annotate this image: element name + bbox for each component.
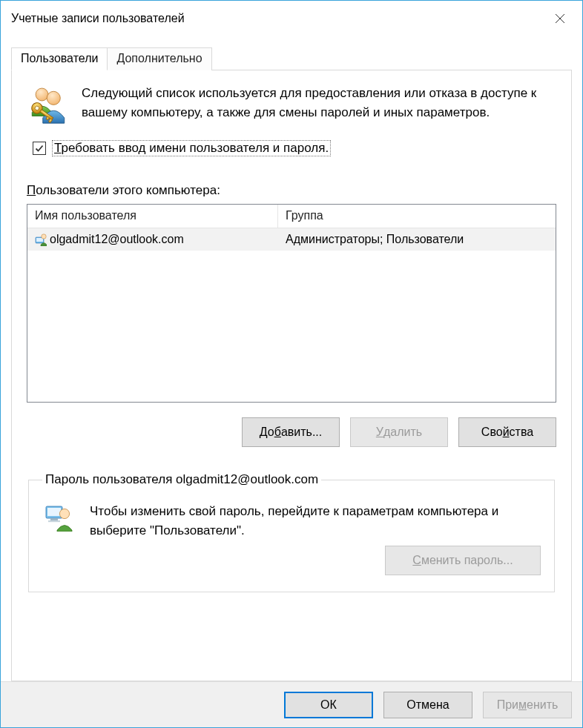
svg-point-3 (47, 91, 60, 105)
grid-header: Имя пользователя Группа (27, 205, 556, 228)
properties-button[interactable]: Свойства (458, 417, 556, 447)
svg-point-2 (36, 88, 48, 101)
table-row[interactable]: olgadmit12@outlook.com Администраторы; П… (27, 228, 556, 251)
cell-username-text: olgadmit12@outlook.com (50, 233, 184, 246)
user-buttons-row: Добавить... Удалить Свойства (27, 417, 556, 447)
password-text: Чтобы изменить свой пароль, перейдите к … (90, 502, 541, 540)
window-title: Учетные записи пользователей (11, 12, 185, 25)
svg-rect-15 (48, 520, 60, 522)
cell-username: olgadmit12@outlook.com (27, 231, 278, 248)
checkmark-icon (34, 143, 45, 153)
intro-row: Следующий список используется для предос… (27, 84, 556, 130)
tab-users[interactable]: Пользователи (11, 47, 108, 70)
svg-point-16 (59, 509, 69, 518)
user-list-label: Пользователи этого компьютера: (27, 183, 556, 198)
column-header-username[interactable]: Имя пользователя (27, 205, 278, 228)
user-icon (35, 233, 47, 246)
titlebar: Учетные записи пользователей (1, 1, 582, 36)
tab-advanced[interactable]: Дополнительно (107, 47, 211, 70)
svg-rect-14 (50, 518, 58, 520)
password-group-legend: Пароль пользователя olgadmit12@outlook.c… (42, 472, 321, 487)
tab-panel-users: Следующий список используется для предос… (11, 70, 572, 681)
intro-text: Следующий список используется для предос… (82, 84, 556, 130)
close-icon (555, 13, 565, 24)
cell-group: Администраторы; Пользователи (278, 231, 471, 248)
svg-point-11 (42, 234, 46, 239)
remove-button: Удалить (350, 417, 448, 447)
user-computer-icon (42, 502, 72, 535)
tabstrip: Пользователи Дополнительно (11, 47, 572, 70)
require-credentials-row[interactable]: Требовать ввод имени пользователя и паро… (27, 140, 556, 156)
ok-button[interactable]: ОК (284, 692, 373, 718)
dialog-footer: ОК Отмена Применить (1, 681, 582, 727)
svg-rect-10 (36, 238, 43, 242)
client-area: Пользователи Дополнительно (1, 36, 582, 681)
close-button[interactable] (538, 1, 582, 36)
apply-button: Применить (483, 692, 572, 718)
change-password-button: Сменить пароль... (385, 546, 541, 575)
cancel-button[interactable]: Отмена (383, 692, 472, 718)
require-credentials-label: Требовать ввод имени пользователя и паро… (52, 140, 331, 156)
require-credentials-checkbox[interactable] (33, 142, 46, 155)
password-group: Пароль пользователя olgadmit12@outlook.c… (28, 472, 555, 592)
add-button[interactable]: Добавить... (242, 417, 340, 447)
users-key-icon (27, 84, 71, 130)
column-header-group[interactable]: Группа (278, 205, 556, 228)
user-list-grid[interactable]: Имя пользователя Группа olgadmit12@outlo… (27, 204, 556, 403)
svg-rect-13 (47, 508, 61, 516)
